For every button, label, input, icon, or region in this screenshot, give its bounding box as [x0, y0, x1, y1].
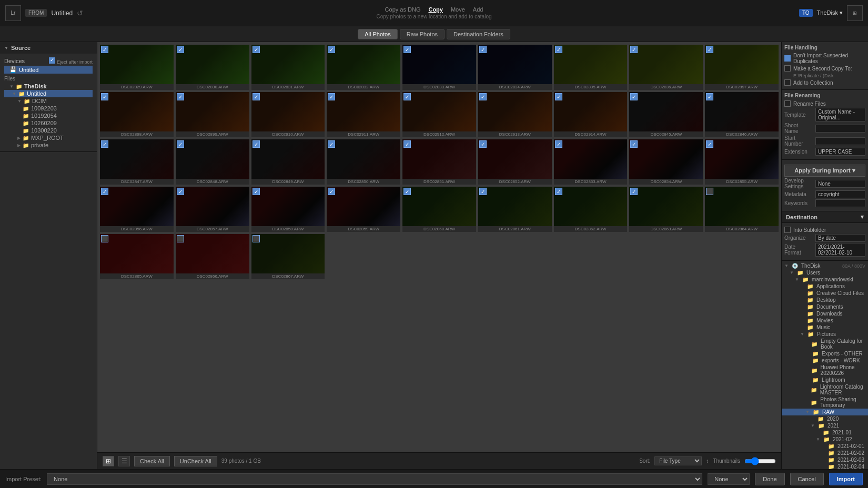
- into-subfolder-cb[interactable]: [784, 227, 791, 233]
- dest-tree-item-2[interactable]: ▼📁marcinwandowski: [782, 276, 868, 283]
- photo-cell-24[interactable]: ✓DSC02852.ARW: [478, 139, 552, 185]
- tree-thedisk[interactable]: ▼ 📁 TheDisk: [4, 83, 93, 90]
- photo-cell-26[interactable]: ✓DSC02854.ARW: [629, 139, 703, 185]
- dest-tree-item-18[interactable]: ▼📁RAW: [782, 409, 868, 415]
- photo-checkbox-28[interactable]: ✓: [101, 188, 108, 195]
- dest-tree-item-15[interactable]: 📁Lightroom: [782, 377, 868, 383]
- photo-checkbox-31[interactable]: ✓: [328, 188, 335, 195]
- sort-select[interactable]: File Type Capture Date File Name: [654, 456, 702, 465]
- photo-checkbox-9[interactable]: ✓: [706, 46, 713, 53]
- dest-tree-item-25[interactable]: 📁2021-02-03: [782, 456, 868, 463]
- metadata-value[interactable]: copyright: [815, 190, 865, 198]
- photo-checkbox-34[interactable]: ✓: [555, 188, 562, 195]
- photo-checkbox-38[interactable]: [177, 235, 184, 242]
- photo-checkbox-21[interactable]: ✓: [253, 140, 260, 148]
- photo-cell-8[interactable]: ✓DSC02836.ARW: [629, 45, 703, 90]
- date-format-value[interactable]: 2021/2021-02/2021-02-10: [815, 243, 865, 257]
- photo-checkbox-29[interactable]: ✓: [177, 188, 184, 195]
- refresh-icon[interactable]: ↺: [77, 9, 83, 17]
- photo-cell-1[interactable]: ✓DSC02829.ARW: [100, 45, 174, 90]
- photo-cell-28[interactable]: ✓DSC02856.ARW: [100, 187, 174, 232]
- template-value[interactable]: Custom Name - Original...: [815, 108, 865, 121]
- photo-cell-5[interactable]: ✓DSC02833.ARW: [402, 45, 476, 90]
- move-action[interactable]: Move: [451, 6, 465, 13]
- tree-mxp-root[interactable]: ▶ 📁 MXP_ROOT: [4, 134, 93, 141]
- photo-checkbox-35[interactable]: ✓: [630, 188, 638, 195]
- uncheck-all-button[interactable]: UnCheck All: [174, 456, 217, 466]
- keywords-input[interactable]: [815, 199, 865, 207]
- thumbnail-size-slider[interactable]: [744, 457, 776, 465]
- photo-checkbox-33[interactable]: ✓: [479, 188, 487, 195]
- eject-cb[interactable]: [49, 57, 55, 64]
- photo-checkbox-16[interactable]: ✓: [555, 93, 562, 100]
- destination-section-title[interactable]: Destination ▾: [782, 211, 868, 223]
- photo-checkbox-8[interactable]: ✓: [630, 46, 638, 53]
- tree-private[interactable]: ▶ 📁 private: [4, 141, 93, 149]
- copy-action[interactable]: Copy: [428, 6, 443, 13]
- photo-checkbox-7[interactable]: ✓: [555, 46, 562, 53]
- photo-checkbox-23[interactable]: ✓: [403, 140, 411, 148]
- dest-tree-item-13[interactable]: 📁exports - WORK: [782, 357, 868, 364]
- photo-cell-27[interactable]: ✓DSC02855.ARW: [705, 139, 779, 185]
- photo-cell-19[interactable]: ✓DSC02847.ARW: [100, 139, 174, 185]
- photo-cell-11[interactable]: ✓DSC02899.ARW: [176, 92, 249, 137]
- dest-tree-item-20[interactable]: ▼📁2021: [782, 422, 868, 429]
- photo-cell-25[interactable]: ✓DSC02853.ARW: [554, 139, 628, 185]
- check-all-button[interactable]: Check All: [134, 456, 170, 466]
- dest-tree-item-5[interactable]: 📁Desktop: [782, 297, 868, 303]
- dest-tree-item-11[interactable]: 📁Empty Catalog for Book: [782, 338, 868, 350]
- photo-checkbox-13[interactable]: ✓: [328, 93, 335, 100]
- photo-checkbox-39[interactable]: [253, 235, 260, 242]
- dest-tree-item-16[interactable]: 📁Lightroom Catalog MASTER: [782, 383, 868, 396]
- photo-checkbox-32[interactable]: ✓: [403, 188, 411, 195]
- photo-checkbox-19[interactable]: ✓: [101, 140, 108, 148]
- photo-cell-17[interactable]: ✓DSC02845.ARW: [629, 92, 703, 137]
- dest-tree-item-17[interactable]: 📁Photos Sharing Temporary: [782, 396, 868, 409]
- none-select[interactable]: None: [708, 473, 750, 485]
- photo-checkbox-11[interactable]: ✓: [177, 93, 184, 100]
- photo-cell-18[interactable]: ✓DSC02846.ARW: [705, 92, 779, 137]
- photo-cell-38[interactable]: DSC02866.ARW: [176, 234, 249, 279]
- photo-checkbox-17[interactable]: ✓: [630, 93, 638, 100]
- copy-as-dng-action[interactable]: Copy as DNG: [385, 6, 421, 13]
- rename-files-row[interactable]: Rename Files: [784, 100, 865, 107]
- second-copy-cb[interactable]: [784, 65, 791, 72]
- dest-tree-item-6[interactable]: 📁Documents: [782, 303, 868, 310]
- import-button[interactable]: Import: [829, 473, 863, 485]
- photo-cell-33[interactable]: ✓DSC02861.ARW: [478, 187, 552, 232]
- photo-cell-32[interactable]: ✓DSC02860.ARW: [402, 187, 476, 232]
- photo-cell-29[interactable]: ✓DSC02857.ARW: [176, 187, 249, 232]
- photo-cell-20[interactable]: ✓DSC02848.ARW: [176, 139, 249, 185]
- dest-tree-item-4[interactable]: 📁Creative Cloud Files: [782, 290, 868, 297]
- dest-tree-item-0[interactable]: ▼💿TheDisk80A / 800V: [782, 262, 868, 269]
- add-collection-cb[interactable]: [784, 79, 791, 86]
- add-collection-row[interactable]: Add to Collection: [784, 79, 865, 86]
- dest-tree-item-26[interactable]: 📁2021-02-04: [782, 463, 868, 469]
- photo-checkbox-15[interactable]: ✓: [479, 93, 487, 100]
- photo-cell-30[interactable]: ✓DSC02858.ARW: [251, 187, 325, 232]
- destination-name[interactable]: TheDisk ▾: [817, 9, 843, 16]
- dont-import-cb[interactable]: [784, 55, 791, 62]
- dest-tree-item-21[interactable]: 📁2021-01: [782, 429, 868, 436]
- tree-10192054[interactable]: 📁 10192054: [4, 112, 93, 119]
- photo-checkbox-22[interactable]: ✓: [328, 140, 335, 148]
- eject-checkbox[interactable]: Eject after import: [49, 57, 93, 65]
- import-preset-select[interactable]: None: [47, 473, 702, 485]
- photo-checkbox-37[interactable]: [101, 235, 108, 242]
- second-copy-row[interactable]: Make a Second Copy To:: [784, 65, 865, 72]
- filter-destination-folders[interactable]: Destination Folders: [447, 29, 510, 39]
- photo-cell-9[interactable]: ✓DSC02897.ARW: [705, 45, 779, 90]
- photo-checkbox-18[interactable]: ✓: [706, 93, 713, 100]
- photo-cell-23[interactable]: ✓DSC02851.ARW: [402, 139, 476, 185]
- extension-value[interactable]: UPPER CASE: [815, 148, 865, 156]
- photo-cell-34[interactable]: ✓DSC02862.ARW: [554, 187, 628, 232]
- photo-cell-37[interactable]: DSC02865.ARW: [100, 234, 174, 279]
- photo-checkbox-1[interactable]: ✓: [101, 46, 108, 53]
- photo-checkbox-12[interactable]: ✓: [253, 93, 260, 100]
- photo-checkbox-14[interactable]: ✓: [403, 93, 411, 100]
- photo-checkbox-27[interactable]: ✓: [706, 140, 713, 148]
- photo-cell-36[interactable]: DSC02864.ARW: [705, 187, 779, 232]
- dest-tree-item-3[interactable]: 📁Applications: [782, 283, 868, 290]
- dest-tree-item-22[interactable]: ▼📁2021-02: [782, 436, 868, 443]
- photo-cell-35[interactable]: ✓DSC02863.ARW: [629, 187, 703, 232]
